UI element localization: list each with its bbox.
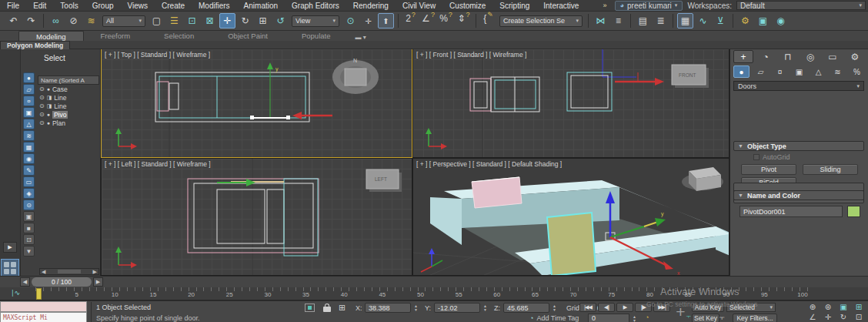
pivot-door-button[interactable]: Pivot: [741, 164, 796, 175]
layer-list-icon[interactable]: ≣: [653, 13, 669, 29]
select-and-link-icon[interactable]: ∞: [48, 13, 64, 29]
undo-icon[interactable]: ↶: [5, 13, 22, 29]
command-tab-create[interactable]: +: [733, 50, 753, 63]
use-pivot-point-center-icon[interactable]: ⊙: [342, 13, 359, 29]
select-object-icon[interactable]: ▢: [149, 13, 165, 29]
render-setup-icon[interactable]: ⚙: [737, 13, 753, 29]
rectangular-selection-region-icon[interactable]: ⊡: [184, 13, 200, 29]
schematic-view-icon[interactable]: ⊻: [713, 13, 729, 29]
viewcube-top-face[interactable]: [345, 69, 366, 86]
select-and-manipulate-icon[interactable]: ✛: [360, 13, 376, 29]
nav-icon-field-of-view[interactable]: ∠: [805, 312, 820, 322]
redo-icon[interactable]: ↷: [23, 13, 39, 29]
ribbon-tab-modeling[interactable]: Modeling: [18, 31, 84, 41]
select-and-place-icon[interactable]: ↺: [272, 13, 289, 29]
anim-button-play[interactable]: ▶: [616, 303, 633, 312]
menu-item[interactable]: Create: [155, 2, 192, 10]
filter-icon-shapes[interactable]: ▱: [23, 84, 35, 95]
key-mode-toggle-icon[interactable]: ◔: [645, 314, 649, 321]
frame-spinner[interactable]: ▲▼: [631, 314, 638, 322]
category-icon-helpers[interactable]: △: [810, 65, 826, 78]
eye-icon[interactable]: ⊙: [39, 86, 45, 92]
object-category-select[interactable]: Doors ▾: [733, 81, 864, 91]
list-item-Pivo[interactable]: ⊙ ● Pivo: [38, 110, 99, 119]
menu-item[interactable]: Interactive: [536, 2, 586, 10]
menu-item[interactable]: Rendering: [346, 2, 396, 10]
menu-item[interactable]: Animation: [237, 2, 285, 10]
selected-door-object[interactable]: [547, 213, 596, 276]
viewport-front-label[interactable]: [ + ] [ Front ] [ Standard ] [ Wireframe…: [416, 51, 526, 59]
set-key-button[interactable]: Set Key: [692, 314, 719, 322]
ribbon-tab-freeform[interactable]: Freeform: [84, 31, 148, 41]
sliding-door-button[interactable]: Sliding: [803, 164, 858, 175]
menu-item[interactable]: Civil View: [396, 2, 442, 10]
list-item-Line[interactable]: ⊙ ◨ Line: [38, 93, 99, 102]
panel-expand-button[interactable]: ▶: [3, 242, 17, 253]
spinner-snap-toggle-icon[interactable]: ⇕?: [456, 13, 472, 29]
z-spinner[interactable]: ▲▼: [551, 303, 558, 313]
object-color-swatch[interactable]: [847, 206, 860, 217]
y-spinner[interactable]: ▲▼: [482, 303, 489, 313]
select-and-scale-icon[interactable]: ⊞: [255, 13, 271, 29]
z-coordinate-field[interactable]: 45.685: [503, 303, 549, 313]
select-by-name-icon[interactable]: ☰: [166, 13, 182, 29]
time-slider-marker[interactable]: [36, 288, 42, 300]
toggle-scene-explorer-icon[interactable]: ▦: [677, 13, 693, 29]
selection-filter-select[interactable]: All ▾: [102, 15, 145, 27]
viewport-top[interactable]: [ + ] [ Top ] [ Standard ] [ Wireframe ]…: [101, 49, 412, 158]
object-type-rollout-header[interactable]: ▼ Object Type: [733, 141, 864, 151]
menu-item[interactable]: Tools: [53, 2, 85, 10]
filter-icon-brackets[interactable]: ⊡: [23, 234, 35, 245]
filter-icon-materials[interactable]: ◈: [23, 188, 35, 199]
filter-icon-geometry[interactable]: ●: [23, 72, 35, 83]
absolute-mode-toggle-icon[interactable]: ⊞: [339, 303, 346, 313]
select-and-rotate-icon[interactable]: ↻: [237, 13, 253, 29]
eye-icon[interactable]: ⊙: [39, 94, 45, 101]
x-coordinate-field[interactable]: 38.388: [365, 303, 411, 313]
command-tab-hierarchy[interactable]: ⊓: [778, 50, 798, 63]
key-filters-button[interactable]: Key Filters...: [733, 314, 777, 322]
list-item-Line[interactable]: ⊙ ◨ Line: [38, 102, 99, 110]
toolbar-overflow-button[interactable]: »: [600, 2, 610, 9]
maxscript-listener-line[interactable]: MAXScript Mi: [0, 312, 87, 322]
render-production-icon[interactable]: ◉: [773, 13, 789, 29]
current-frame-field[interactable]: 0: [588, 314, 629, 322]
filter-icon-fills[interactable]: ■: [23, 223, 35, 233]
nav-icon-maximize-viewport-toggle[interactable]: ⊡: [851, 312, 866, 322]
filter-icon-xrefs[interactable]: ◉: [23, 153, 35, 164]
edit-named-selection-sets-icon[interactable]: {✎: [480, 13, 496, 29]
reference-coordinate-system-select[interactable]: View ▾: [292, 15, 339, 27]
name-column-header[interactable]: Name (Sorted A: [38, 75, 99, 85]
name-and-color-rollout[interactable]: ▼ Name and Color: [733, 190, 864, 200]
ribbon-options-icon[interactable]: ▬ ▾: [355, 34, 366, 41]
user-account-chip[interactable]: ◕ preeti kumari ▾: [615, 1, 683, 11]
category-icon-geometry[interactable]: ●: [733, 65, 749, 78]
keyboard-shortcut-override-icon[interactable]: ⬆: [378, 13, 394, 29]
command-tab-modify[interactable]: ◔: [756, 50, 776, 63]
command-tab-display[interactable]: ▭: [823, 50, 843, 63]
select-and-move-icon[interactable]: ✛: [219, 13, 235, 29]
nav-icon-zoom[interactable]: ⊕: [805, 302, 820, 312]
object-name-field[interactable]: PivotDoor001: [739, 206, 843, 217]
autogrid-checkbox[interactable]: [753, 154, 760, 160]
key-filter-key-icon[interactable]: ⊦: [718, 317, 726, 320]
maxscript-mini-listener[interactable]: [0, 301, 87, 312]
add-time-tag[interactable]: ◔ Add Time Tag: [529, 314, 579, 322]
x-spinner[interactable]: ▲▼: [412, 303, 419, 313]
eye-icon[interactable]: ⊙: [39, 119, 45, 126]
filter-icon-groups[interactable]: ▦: [23, 142, 35, 153]
snaps-toggle-icon[interactable]: 2?: [402, 13, 419, 29]
ribbon-tab-populate[interactable]: Populate: [285, 31, 348, 41]
menu-item[interactable]: Scripting: [492, 2, 536, 10]
layer-manager-icon[interactable]: ▤: [635, 13, 651, 29]
nav-icon-zoom-extents-all[interactable]: ⊞: [851, 302, 866, 312]
bind-to-space-warp-icon[interactable]: ≋: [83, 13, 99, 29]
workspace-select[interactable]: Default ▾: [736, 1, 866, 10]
angle-snap-toggle-icon[interactable]: ∠?: [420, 13, 436, 29]
mirror-icon[interactable]: ⋈: [593, 13, 609, 29]
ribbon-tab-selection[interactable]: Selection: [147, 31, 211, 41]
nav-icon-zoom-extents[interactable]: ▣: [836, 302, 851, 312]
viewport-front[interactable]: [ + ] [ Front ] [ Standard ] [ Wireframe…: [412, 49, 729, 158]
viewport-perspective-label[interactable]: [ + ] [ Perspective ] [ Standard ] [ Def…: [416, 160, 562, 168]
viewport-perspective[interactable]: [ + ] [ Perspective ] [ Standard ] [ Def…: [412, 158, 729, 276]
